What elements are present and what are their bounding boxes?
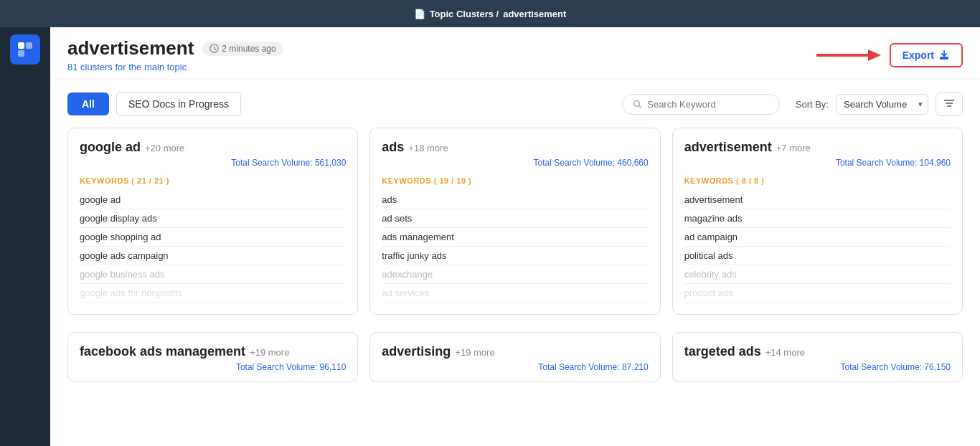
- card-volume: Total Search Volume: 87,210: [382, 362, 648, 372]
- topbar-breadcrumb-current: advertisement: [503, 9, 566, 19]
- all-filter-button[interactable]: All: [67, 92, 109, 115]
- keyword-item: ads: [382, 191, 648, 209]
- search-input[interactable]: [647, 99, 769, 110]
- export-button[interactable]: Export: [890, 43, 963, 67]
- keywords-label: KEYWORDS ( 8 / 8 ): [684, 176, 951, 185]
- card-more: +19 more: [455, 347, 494, 358]
- arrow-indicator: [816, 45, 881, 65]
- sort-filter-icon: [943, 98, 955, 109]
- sort-by-label: Sort By:: [796, 99, 829, 110]
- keyword-item: magazine ads: [684, 209, 951, 228]
- card-more: +18 more: [408, 143, 448, 153]
- page-title-row: advertisement 2 minutes ago: [67, 37, 283, 60]
- keyword-item: ad campaign: [684, 228, 951, 247]
- search-icon: [633, 99, 641, 109]
- sort-wrapper: Search Volume: [836, 94, 928, 115]
- bottom-cards-grid: facebook ads management +19 more Total S…: [50, 332, 980, 388]
- card-header: targeted ads +14 more: [684, 344, 951, 359]
- keyword-item: adexchange: [382, 265, 648, 284]
- keyword-item: political ads: [684, 247, 951, 265]
- svg-rect-0: [18, 42, 24, 49]
- keyword-item: google shopping ad: [80, 228, 346, 247]
- clusters-count: 81 clusters for the main topic: [67, 62, 283, 72]
- cluster-card[interactable]: google ad +20 more Total Search Volume: …: [67, 128, 358, 315]
- card-volume: Total Search Volume: 76,150: [684, 362, 951, 372]
- keyword-item: ad sets: [382, 209, 648, 228]
- header-left: advertisement 2 minutes ago 81 clusters …: [67, 37, 283, 72]
- keyword-item: google ads for nonprofits: [80, 284, 346, 303]
- sort-select[interactable]: Search Volume: [836, 94, 928, 115]
- sidebar: [0, 27, 50, 446]
- card-title: facebook ads management: [80, 344, 245, 359]
- keyword-item: ad services: [382, 284, 648, 303]
- card-more: +19 more: [250, 347, 289, 358]
- keyword-item: google display ads: [80, 209, 346, 228]
- red-arrow-svg: [816, 45, 881, 65]
- export-icon: [938, 49, 950, 61]
- logo[interactable]: [10, 34, 40, 65]
- keyword-item: traffic junky ads: [382, 247, 648, 265]
- keyword-item: google business ads: [80, 265, 346, 284]
- card-more: +14 more: [765, 347, 805, 358]
- bottom-cluster-card[interactable]: advertising +19 more Total Search Volume…: [369, 332, 660, 382]
- card-volume: Total Search Volume: 561,030: [80, 158, 346, 168]
- card-volume: Total Search Volume: 104,960: [684, 158, 951, 168]
- card-header: advertising +19 more: [382, 344, 648, 359]
- main-content: advertisement 2 minutes ago 81 clusters …: [50, 27, 980, 446]
- card-title: google ad: [80, 140, 141, 155]
- topbar-breadcrumb-prefix: Topic Clusters /: [430, 9, 499, 19]
- filters-bar: All SEO Docs in Progress Sort By: Search…: [50, 80, 980, 128]
- topbar: 📄 Topic Clusters / advertisement: [0, 0, 980, 27]
- svg-rect-6: [940, 57, 948, 60]
- card-title: advertising: [382, 344, 451, 359]
- keyword-item: ads management: [382, 228, 648, 247]
- card-more: +20 more: [145, 143, 184, 153]
- keywords-label: KEYWORDS ( 21 / 21 ): [80, 176, 346, 185]
- svg-rect-1: [26, 42, 32, 49]
- keyword-item: celebrity ads: [684, 265, 951, 284]
- keyword-item: product ads: [684, 284, 951, 303]
- svg-rect-2: [18, 50, 24, 57]
- keywords-label: KEYWORDS ( 19 / 19 ): [382, 176, 648, 185]
- keyword-item: advertisement: [684, 191, 951, 209]
- header-right: Export: [816, 43, 963, 67]
- card-volume: Total Search Volume: 96,110: [80, 362, 346, 372]
- card-header: google ad +20 more: [80, 140, 346, 155]
- card-more: +7 more: [776, 143, 811, 153]
- keyword-item: google ads campaign: [80, 247, 346, 265]
- card-title: ads: [382, 140, 404, 155]
- keywords-list: adsad setsads managementtraffic junky ad…: [382, 191, 648, 303]
- svg-marker-5: [868, 49, 881, 61]
- card-title: targeted ads: [684, 344, 761, 359]
- cluster-card[interactable]: advertisement +7 more Total Search Volum…: [672, 128, 963, 315]
- card-header: advertisement +7 more: [684, 140, 951, 155]
- topbar-doc-icon: 📄: [414, 9, 425, 19]
- keywords-list: advertisementmagazine adsad campaignpoli…: [684, 191, 951, 303]
- card-volume: Total Search Volume: 460,660: [382, 158, 648, 168]
- filter-icon-button[interactable]: [936, 92, 963, 116]
- card-header: ads +18 more: [382, 140, 648, 155]
- cluster-card[interactable]: ads +18 more Total Search Volume: 460,66…: [369, 128, 660, 315]
- cards-grid: google ad +20 more Total Search Volume: …: [50, 128, 980, 332]
- page-header: advertisement 2 minutes ago 81 clusters …: [50, 27, 980, 80]
- search-box: [622, 94, 780, 115]
- time-badge: 2 minutes ago: [202, 42, 283, 56]
- card-title: advertisement: [684, 140, 772, 155]
- seo-docs-filter-button[interactable]: SEO Docs in Progress: [116, 92, 241, 116]
- keywords-list: google adgoogle display adsgoogle shoppi…: [80, 191, 346, 303]
- clock-icon: [209, 44, 219, 53]
- keyword-item: google ad: [80, 191, 346, 209]
- bottom-cluster-card[interactable]: facebook ads management +19 more Total S…: [67, 332, 358, 382]
- bottom-cluster-card[interactable]: targeted ads +14 more Total Search Volum…: [672, 332, 963, 382]
- card-header: facebook ads management +19 more: [80, 344, 346, 359]
- page-title: advertisement: [67, 37, 194, 60]
